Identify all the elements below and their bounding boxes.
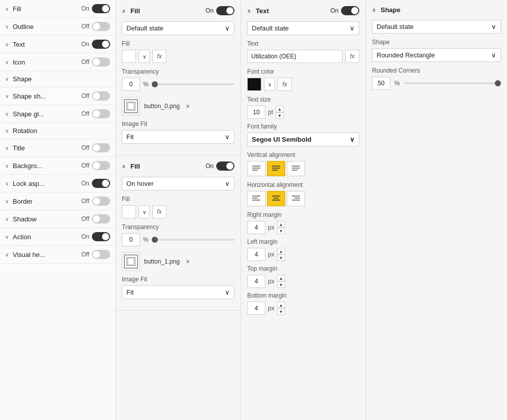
h-align-right-btn[interactable] — [287, 191, 305, 206]
fill-panel-2-fill-label: Fill — [122, 196, 234, 203]
left-item-shape-gl[interactable]: ∨Shape gl...Off — [0, 105, 115, 123]
fill-panel-2-color-dropdown[interactable]: ∨ — [139, 205, 150, 218]
left-item-visual-he-toggle[interactable] — [92, 250, 110, 259]
text-value-input[interactable]: Utilization (OEE) — [247, 50, 343, 63]
fill-panel-2-transparency-row: 0 % — [122, 233, 234, 246]
left-item-rotation[interactable]: ∨Rotation — [0, 123, 115, 139]
fill-panel-1-toggle[interactable] — [216, 6, 234, 15]
text-size-input[interactable]: 10 — [247, 106, 265, 119]
shape-value-dropdown[interactable]: Rounded Rectangle ∨ — [372, 48, 501, 62]
left-item-shadow[interactable]: ∨ShadowOff — [0, 210, 115, 228]
fill-panel-2-transparency-value[interactable]: 0 — [122, 233, 140, 246]
left-item-text[interactable]: ∨TextOn — [0, 36, 115, 53]
fill-panel-2-fx-btn[interactable]: fx — [152, 205, 166, 218]
left-item-border[interactable]: ∨BorderOff — [0, 192, 115, 210]
left-margin-step-down[interactable]: ▼ — [277, 254, 285, 261]
fill-panel-1-image-close[interactable]: × — [186, 102, 190, 110]
text-size-stepper[interactable]: ▲ ▼ — [276, 106, 284, 119]
fill-panel-1-transparency-value[interactable]: 0 — [122, 78, 140, 91]
left-item-title[interactable]: ∨TitleOff — [0, 139, 115, 157]
fill-panel-1-image-fit-dropdown[interactable]: Fit ∨ — [122, 130, 234, 144]
rounded-corners-value[interactable]: 50 — [372, 77, 390, 90]
left-item-action[interactable]: ∨ActionOn — [0, 228, 115, 246]
v-align-top-btn[interactable] — [247, 161, 265, 176]
v-align-middle-btn[interactable] — [267, 161, 285, 176]
right-margin-step-down[interactable]: ▼ — [277, 228, 285, 234]
left-item-action-toggle[interactable] — [92, 232, 110, 241]
top-margin-input[interactable]: 4 — [247, 275, 265, 288]
left-item-shape-sh-toggle[interactable] — [92, 91, 110, 101]
left-item-fill[interactable]: ∨FillOn — [0, 0, 115, 18]
text-size-step-up[interactable]: ▲ — [276, 106, 284, 112]
left-item-backgro[interactable]: ∨Backgro...Off — [0, 157, 115, 175]
rounded-corners-unit: % — [394, 80, 400, 87]
left-item-shadow-toggle[interactable] — [92, 214, 110, 223]
bottom-margin-input[interactable]: 4 — [247, 302, 265, 315]
text-panel-state-dropdown[interactable]: Default state ∨ — [247, 21, 359, 35]
left-item-backgro-text: Backgro... — [13, 162, 43, 170]
left-margin-step-up[interactable]: ▲ — [277, 248, 285, 254]
fill-panel-1-fx-btn[interactable]: fx — [152, 50, 166, 63]
right-margin-step-up[interactable]: ▲ — [277, 221, 285, 228]
left-item-icon[interactable]: ∨IconOff — [0, 53, 115, 71]
left-item-fill-toggle[interactable] — [92, 4, 110, 13]
left-item-shadow-chevron-icon: ∨ — [5, 216, 9, 222]
text-panel-title: ∧ Text — [247, 7, 269, 15]
fill-panel-1-image-name: button_0.png — [144, 103, 180, 110]
font-color-box[interactable] — [247, 78, 261, 91]
shape-panel-state-dropdown[interactable]: Default state ∨ — [372, 20, 501, 34]
fill-panel-2-image-fit-label: Image Fit — [122, 276, 234, 283]
left-item-text-toggle[interactable] — [92, 40, 110, 49]
left-margin-input[interactable]: 4 — [247, 248, 265, 261]
text-panel-toggle[interactable] — [341, 6, 359, 15]
left-item-shape-gl-toggle[interactable] — [92, 109, 110, 118]
font-color-dropdown[interactable]: ∨ — [264, 78, 275, 91]
v-align-bottom-btn[interactable] — [287, 161, 305, 176]
fill-panel-1-state-dropdown[interactable]: Default state ∨ — [122, 21, 234, 35]
bottom-margin-stepper[interactable]: ▲ ▼ — [277, 302, 285, 315]
text-fx-btn[interactable]: fx — [345, 50, 359, 63]
text-size-step-down[interactable]: ▼ — [276, 112, 284, 119]
left-item-border-toggle[interactable] — [92, 197, 110, 206]
fill-panel-2-color-box[interactable] — [122, 205, 136, 218]
bottom-margin-step-up[interactable]: ▲ — [277, 302, 285, 308]
fill-panel-1-transparency-slider[interactable] — [152, 83, 234, 85]
fill-panel-2-image-fit-dropdown[interactable]: Fit ∨ — [122, 285, 234, 299]
fill-panel-2-image-close[interactable]: × — [186, 257, 190, 266]
left-item-title-toggle[interactable] — [92, 143, 110, 152]
fill-panel-2-toggle[interactable] — [216, 161, 234, 171]
left-item-title-toggle-group: Off — [81, 143, 110, 152]
horizontal-alignment-label: Horizontal alignment — [247, 181, 359, 188]
fill-panel-1-transparency-row: 0 % — [122, 78, 234, 91]
rounded-corners-label: Rounded Corners — [372, 67, 501, 74]
text-size-unit: pt — [268, 109, 273, 116]
fill-panel-1-color-dropdown[interactable]: ∨ — [139, 50, 150, 63]
left-item-lock-asp-toggle[interactable] — [92, 179, 110, 188]
font-family-dropdown[interactable]: Segoe UI Semibold ∨ — [247, 133, 359, 146]
left-item-lock-asp[interactable]: ∨Lock asp...On — [0, 175, 115, 192]
bottom-margin-step-down[interactable]: ▼ — [277, 308, 285, 315]
top-margin-step-down[interactable]: ▼ — [277, 281, 285, 288]
h-align-center-btn[interactable] — [267, 191, 285, 206]
rounded-corners-slider[interactable] — [404, 82, 501, 84]
fill-panel-1-color-box[interactable] — [122, 50, 136, 63]
left-item-shape[interactable]: ∨Shape — [0, 71, 115, 87]
left-item-shape-sh[interactable]: ∨Shape sh...Off — [0, 87, 115, 105]
left-margin-stepper[interactable]: ▲ ▼ — [277, 248, 285, 261]
left-item-action-state-label: On — [81, 233, 89, 240]
left-margin-label: Left margin — [247, 238, 359, 245]
h-align-left-btn[interactable] — [247, 191, 265, 206]
right-margin-input[interactable]: 4 — [247, 221, 265, 234]
fill-panel-2-transparency-slider[interactable] — [152, 239, 234, 241]
top-margin-stepper[interactable]: ▲ ▼ — [277, 275, 285, 288]
left-item-outline-toggle[interactable] — [92, 22, 110, 31]
top-margin-step-up[interactable]: ▲ — [277, 275, 285, 281]
font-color-fx-btn[interactable]: fx — [278, 78, 292, 91]
left-item-outline[interactable]: ∨OutlineOff — [0, 18, 115, 36]
left-item-visual-he[interactable]: ∨Visual he...Off — [0, 246, 115, 264]
right-margin-stepper[interactable]: ▲ ▼ — [277, 221, 285, 234]
left-item-backgro-toggle[interactable] — [92, 161, 110, 170]
left-item-icon-toggle[interactable] — [92, 57, 110, 67]
fill-panel-2-state-dropdown[interactable]: On hover ∨ — [122, 177, 234, 190]
shape-panel-dropdown-arrow-icon: ∨ — [491, 23, 496, 30]
